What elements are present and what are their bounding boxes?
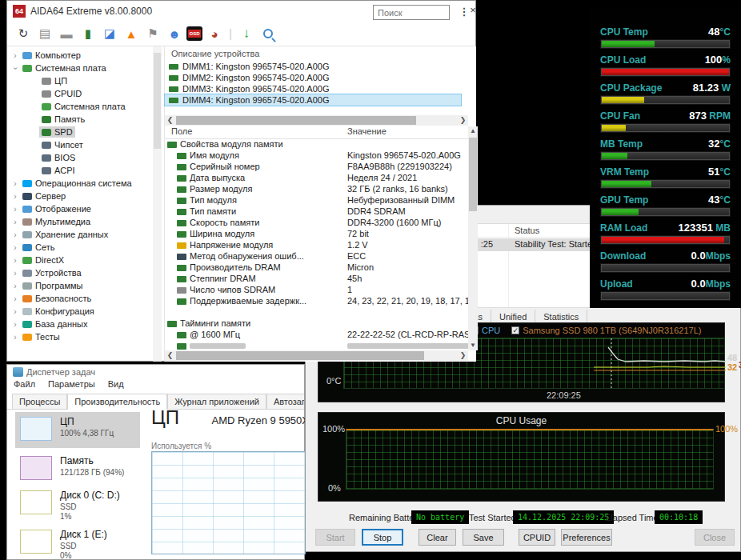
chevron-right-icon[interactable]: › bbox=[10, 243, 20, 252]
chevron-down-icon[interactable]: › bbox=[11, 63, 20, 73]
device-list-item[interactable]: DIMM2: Kingston 9965745-020.A00G bbox=[165, 72, 461, 83]
perf-sidebar-item-disk1[interactable]: Диск 1 (E:)SSD 0% bbox=[15, 525, 140, 558]
sidebar-item-cpuid[interactable]: CPUID bbox=[7, 87, 153, 100]
menu-файл[interactable]: Файл bbox=[14, 379, 35, 392]
refresh-icon[interactable]: ↻ bbox=[14, 26, 33, 42]
burn-icon[interactable]: ▲ bbox=[122, 26, 141, 42]
chevron-right-icon[interactable]: › bbox=[10, 294, 20, 303]
device-list-item[interactable]: DIMM1: Kingston 9965745-020.A00G bbox=[165, 61, 461, 72]
device-list-hscrollbar[interactable]: ❮ ❯ bbox=[165, 115, 468, 126]
sidebar-item-bios[interactable]: BIOS bbox=[7, 151, 153, 164]
osd-icon[interactable]: OSD bbox=[186, 26, 202, 41]
sidebar-item-отображение[interactable]: ›Отображение bbox=[7, 202, 153, 215]
save-button[interactable]: Save bbox=[463, 529, 504, 546]
report-icon[interactable]: ▤ bbox=[35, 26, 54, 42]
chevron-right-icon[interactable]: › bbox=[10, 282, 20, 290]
tree-item-label: ЦП bbox=[54, 76, 67, 86]
sidebar-item-чипсет[interactable]: Чипсет bbox=[7, 138, 153, 151]
preferences-button[interactable]: Preferences bbox=[561, 529, 612, 546]
chevron-right-icon[interactable]: › bbox=[10, 307, 20, 316]
chevron-right-icon[interactable]: › bbox=[10, 230, 20, 239]
tree-scrollbar[interactable] bbox=[153, 46, 162, 362]
table-group-row[interactable]: Свойства модуля памяти bbox=[165, 139, 468, 150]
table-row[interactable]: Метод обнаружения ошиб...ECC bbox=[165, 251, 468, 262]
mini-graph-thumbnail bbox=[20, 530, 52, 554]
tab-процессы[interactable]: Процессы bbox=[12, 394, 67, 410]
memory-icon[interactable]: ▮ bbox=[78, 26, 98, 42]
sidebar-item-цп[interactable]: ЦП bbox=[7, 74, 153, 87]
chevron-right-icon[interactable]: › bbox=[10, 192, 20, 201]
table-row[interactable]: Серийный номерF8AA9B88h (2291903224) bbox=[165, 162, 468, 173]
chevron-right-icon[interactable]: › bbox=[10, 179, 20, 188]
sidebar-item-конфигурация[interactable]: ›Конфигурация bbox=[7, 305, 153, 318]
sidebar-item-память[interactable]: Память bbox=[7, 113, 153, 126]
table-row[interactable]: Дата выпускаНеделя 24 / 2021 bbox=[165, 173, 468, 184]
table-row[interactable]: Число чипов SDRAM1 bbox=[165, 285, 468, 296]
sidebar-item-сервер[interactable]: ›Сервер bbox=[7, 190, 153, 202]
chevron-right-icon[interactable]: › bbox=[10, 256, 20, 265]
sidebar-item-directx[interactable]: ›DirectX bbox=[7, 254, 153, 266]
table-row[interactable]: Поддерживаемые задержк...24, 23, 22, 21,… bbox=[165, 296, 468, 307]
perf-sidebar-item-disk0[interactable]: Диск 0 (C: D:)SSD 1% bbox=[15, 486, 140, 519]
search-icon[interactable] bbox=[258, 26, 278, 42]
table-row[interactable]: Имя модуляKingston 9965745-020.A00G bbox=[165, 150, 468, 162]
bench-icon[interactable]: ⚑ bbox=[143, 26, 162, 42]
table-row[interactable]: @ 1600 МГц22-22-22-52 (CL-RCD-RP-RAS) / … bbox=[165, 330, 468, 341]
tab-автозагрузка[interactable]: Автозагрузка bbox=[266, 394, 304, 410]
sidebar-item-безопасность[interactable]: ›Безопасность bbox=[7, 292, 153, 305]
chevron-right-icon[interactable]: › bbox=[10, 333, 20, 342]
spd-table-hscrollbar[interactable]: ❮ ❯ bbox=[165, 350, 468, 361]
sidebar-item-мультимедиа[interactable]: ›Мультимедиа bbox=[7, 215, 153, 228]
cpuid-button[interactable]: CPUID bbox=[519, 529, 555, 546]
gauge-icon[interactable]: ◕ bbox=[205, 26, 224, 42]
spd-table-vscrollbar[interactable]: ▲ ▼ bbox=[468, 126, 478, 350]
category-icon bbox=[22, 218, 32, 226]
aida64-title: AIDA64 Extreme v8.00.8000 bbox=[30, 6, 152, 17]
sidebar-item-хранение-данных[interactable]: ›Хранение данных bbox=[7, 228, 153, 241]
cpu-icon[interactable]: ▬ bbox=[57, 26, 76, 42]
stop-button[interactable]: Stop bbox=[362, 529, 403, 546]
sidebar-item-acpi[interactable]: ACPI bbox=[7, 164, 153, 177]
sidebar-item-системная-плата[interactable]: Системная плата bbox=[7, 100, 153, 113]
menu-параметры[interactable]: Параметры bbox=[48, 379, 95, 392]
table-row[interactable]: Скорость памятиDDR4-3200 (1600 МГц) bbox=[165, 218, 468, 229]
table-row[interactable]: Ширина модуля72 bit bbox=[165, 229, 468, 240]
search-input[interactable] bbox=[373, 5, 450, 20]
device-list-item[interactable]: DIMM4: Kingston 9965745-020.A00G bbox=[165, 94, 461, 106]
table-row[interactable]: Напряжение модуля1.2 V bbox=[165, 240, 468, 251]
more-menu-button[interactable]: ⋮ bbox=[457, 4, 471, 20]
chevron-right-icon[interactable]: › bbox=[10, 205, 20, 214]
perf-sidebar-item-cpu[interactable]: ЦП100% 4,38 ГГц bbox=[15, 412, 140, 448]
table-row[interactable]: Производитель DRAMMicron bbox=[165, 262, 468, 274]
sidebar-item-системная-плата[interactable]: ›Системная плата bbox=[7, 62, 153, 74]
menu-вид[interactable]: Вид bbox=[108, 379, 124, 392]
sidebar-item-программы[interactable]: ›Программы bbox=[7, 279, 153, 292]
table-row[interactable]: Размер модуля32 ГБ (2 ranks, 16 banks) bbox=[165, 184, 468, 195]
perf-sidebar-item-memory[interactable]: Память121/128 ГБ (94%) bbox=[15, 451, 140, 485]
table-row[interactable]: Тип модуляНебуферизованный DIMM bbox=[165, 195, 468, 206]
sidebar-item-сеть[interactable]: ›Сеть bbox=[7, 241, 153, 254]
temp-axis-zero-label: 0°C bbox=[326, 376, 341, 386]
tab-производительность[interactable]: Производительность bbox=[67, 394, 167, 410]
tab-журнал-приложений[interactable]: Журнал приложений bbox=[167, 394, 266, 410]
device-list-item[interactable]: DIMM3: Kingston 9965745-020.A00G bbox=[165, 83, 461, 94]
sidebar-item-тесты[interactable]: ›Тесты bbox=[7, 330, 153, 343]
chevron-right-icon[interactable]: › bbox=[10, 51, 20, 60]
sidebar-item-операционная-система[interactable]: ›Операционная система bbox=[7, 177, 153, 190]
sidebar-item-устройства[interactable]: ›Устройства bbox=[7, 266, 153, 279]
chevron-right-icon[interactable]: › bbox=[10, 320, 20, 329]
table-row[interactable]: Степпинг DRAM45h bbox=[165, 274, 468, 285]
download-icon[interactable]: ↓ bbox=[237, 26, 256, 42]
checkbox-checked[interactable]: ✓ bbox=[511, 326, 519, 334]
table-row[interactable]: Тип памятиDDR4 SDRAM bbox=[165, 206, 468, 218]
chevron-right-icon[interactable]: › bbox=[10, 218, 20, 226]
chevron-right-icon[interactable]: › bbox=[10, 269, 20, 278]
table-group-row[interactable]: Тайминги памяти bbox=[165, 318, 468, 330]
clear-button[interactable]: Clear bbox=[419, 529, 456, 546]
sidebar-item-spd[interactable]: SPD bbox=[7, 126, 153, 138]
display-icon[interactable]: ◪ bbox=[100, 26, 119, 42]
sidebar-item-компьютер[interactable]: ›Компьютер bbox=[7, 49, 153, 62]
table-row-partial[interactable] bbox=[165, 341, 468, 350]
sidebar-item-база-данных[interactable]: ›База данных bbox=[7, 318, 153, 330]
user-icon[interactable]: ☻ bbox=[165, 26, 184, 42]
